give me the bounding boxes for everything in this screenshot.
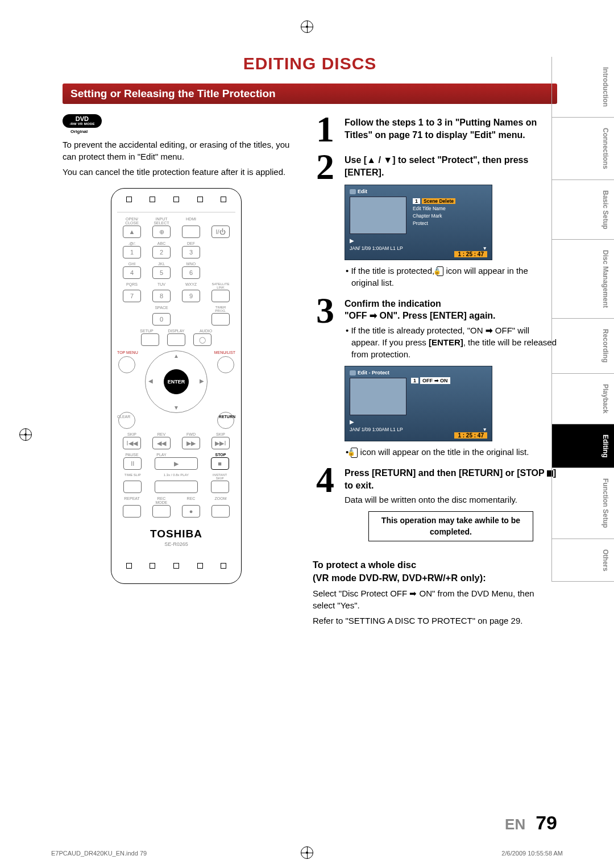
original-label: Original xyxy=(70,129,290,134)
tab-basic-setup: Basic Setup xyxy=(551,180,614,240)
step2-bullet: • If the title is protected, 🔒 icon will… xyxy=(345,265,557,289)
section-heading: Setting or Releasing the Title Protectio… xyxy=(63,84,557,104)
step-4: 4 Press [RETURN] and then [RETURN] or [S… xyxy=(313,465,557,552)
registration-mark xyxy=(19,428,32,441)
tab-introduction: Introduction xyxy=(551,57,614,118)
osd-edit-menu: Edit 1Scene Delete Edit Title Name Chapt… xyxy=(345,185,492,260)
lock-icon: 🔒 xyxy=(437,266,443,276)
tab-playback: Playback xyxy=(551,374,614,424)
intro-text-2: You can cancel the title protection feat… xyxy=(63,166,290,178)
protect-whole-p2: Refer to "SETTING A DISC TO PROTECT" on … xyxy=(313,615,557,627)
tab-others: Others xyxy=(551,539,614,582)
lock-icon: 🔒 xyxy=(351,448,358,457)
tab-connections: Connections xyxy=(551,118,614,180)
step4-text: Data will be written onto the disc momen… xyxy=(345,494,557,506)
step-1: 1 Follow the steps 1 to 3 in "Putting Na… xyxy=(313,114,557,145)
step3-bullet1: • If the title is already protected, "ON… xyxy=(345,324,557,360)
protect-whole-p1: Select "Disc Protect OFF ➡ ON" from the … xyxy=(313,587,557,611)
tab-recording: Recording xyxy=(551,319,614,373)
protect-whole-heading: To protect a whole disc(VR mode DVD-RW, … xyxy=(313,558,557,584)
print-meta-footer: E7PCAUD_DR420KU_EN.indd 79 2/6/2009 10:5… xyxy=(51,850,563,857)
dvd-mode-badge: DVD-RW VR MODE xyxy=(63,114,290,129)
note-box: This operation may take awhile to be com… xyxy=(368,511,533,541)
registration-mark xyxy=(301,20,313,33)
model-label: SE-R0265 xyxy=(117,541,235,547)
intro-text: To prevent the accidental editing, or er… xyxy=(63,139,290,162)
page-footer: EN 79 xyxy=(63,812,557,834)
osd-protect-menu: Edit - Protect 1OFF ➡ ON ▶ JAN/ 1/09 1:0… xyxy=(345,366,492,441)
step-3: 3 Confirm the indication"OFF ➡ ON". Pres… xyxy=(313,295,557,458)
side-tab-nav: Introduction Connections Basic Setup Dis… xyxy=(551,57,614,582)
tab-function-setup: Function Setup xyxy=(551,468,614,539)
step3-heading: Confirm the indication"OFF ➡ ON". Press … xyxy=(345,298,557,322)
step4-heading: Press [RETURN] and then [RETURN] or [STO… xyxy=(345,467,557,491)
brand-label: TOSHIBA xyxy=(117,528,235,540)
tab-editing: Editing xyxy=(551,424,614,469)
tab-disc-management: Disc Management xyxy=(551,240,614,319)
remote-illustration: OPEN/ CLOSEINPUT SELECTHDMI ▲⊕I/⏻ .@/:AB… xyxy=(111,188,242,584)
step-2: 2 Use [▲ / ▼] to select "Protect", then … xyxy=(313,152,557,288)
step3-bullet2: • 🔒 icon will appear on the title in the… xyxy=(345,446,557,458)
page-title: EDITING DISCS xyxy=(63,54,557,73)
